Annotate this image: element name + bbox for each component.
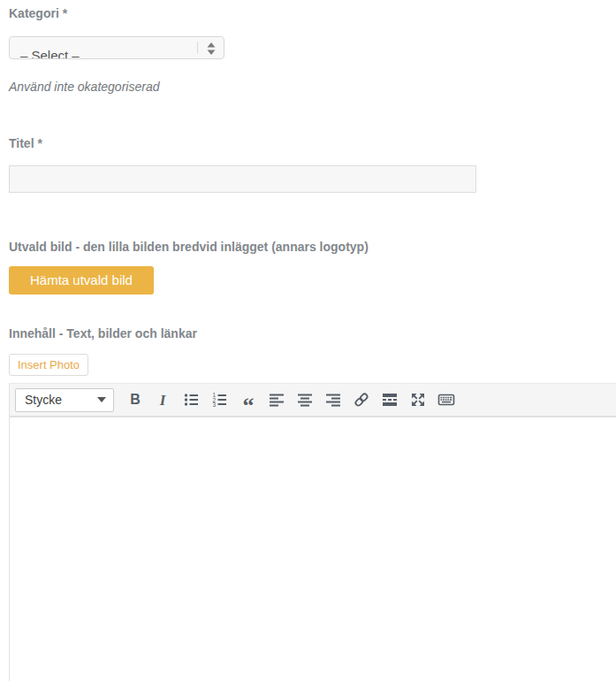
required-asterisk: *	[63, 6, 67, 20]
align-center-button[interactable]	[292, 388, 318, 411]
kategori-label-text: Kategori	[9, 6, 59, 20]
rich-text-editor: Stycke B I 1 2	[9, 383, 616, 681]
align-center-icon	[296, 391, 314, 409]
format-dropdown-value: Stycke	[25, 393, 62, 407]
read-more-icon	[381, 391, 399, 409]
select-divider	[197, 42, 198, 54]
align-right-icon	[324, 391, 342, 409]
editor-content-area[interactable]	[10, 417, 616, 681]
align-left-icon	[268, 391, 285, 409]
keyboard-icon	[437, 391, 455, 409]
fullscreen-icon	[409, 391, 427, 409]
format-dropdown[interactable]: Stycke	[15, 388, 114, 412]
chevron-down-icon	[97, 397, 106, 402]
kategori-select-value: – Select –	[20, 48, 80, 59]
kategori-help-text: Använd inte okategoriserad	[9, 80, 616, 95]
bulleted-list-button[interactable]	[179, 388, 205, 411]
kategori-select[interactable]: – Select –	[9, 36, 224, 59]
align-left-button[interactable]	[263, 388, 290, 411]
keyboard-shortcuts-button[interactable]	[433, 388, 460, 411]
editor-toolbar: Stycke B I 1 2	[10, 384, 616, 417]
bulleted-list-icon	[183, 391, 201, 409]
titel-label-text: Titel	[9, 136, 34, 150]
fullscreen-button[interactable]	[405, 388, 431, 411]
content-label: Innehåll - Text, bilder och länkar	[9, 326, 616, 341]
bold-button[interactable]: B	[122, 388, 148, 411]
bold-icon: B	[130, 393, 141, 407]
titel-label: Titel *	[9, 136, 616, 151]
required-asterisk: *	[37, 136, 42, 150]
align-right-button[interactable]	[320, 388, 346, 411]
featured-image-label: Utvald bild - den lilla bilden bredvid i…	[9, 240, 616, 255]
link-icon	[353, 391, 370, 409]
stepper-icon	[206, 42, 217, 56]
italic-icon: I	[160, 393, 168, 408]
titel-input[interactable]	[9, 165, 476, 193]
svg-text:3: 3	[213, 402, 217, 408]
read-more-button[interactable]	[376, 388, 403, 411]
fetch-featured-image-button[interactable]: Hämta utvald bild	[9, 266, 154, 295]
numbered-list-button[interactable]: 1 2 3	[207, 388, 233, 411]
numbered-list-icon: 1 2 3	[211, 391, 229, 409]
link-button[interactable]	[348, 388, 375, 411]
insert-photo-button[interactable]: Insert Photo	[9, 354, 88, 376]
blockquote-button[interactable]: “	[235, 388, 262, 411]
italic-button[interactable]: I	[150, 388, 177, 411]
post-edit-form: Kategori * – Select – Använd inte okateg…	[0, 0, 616, 681]
kategori-label: Kategori *	[9, 6, 616, 21]
